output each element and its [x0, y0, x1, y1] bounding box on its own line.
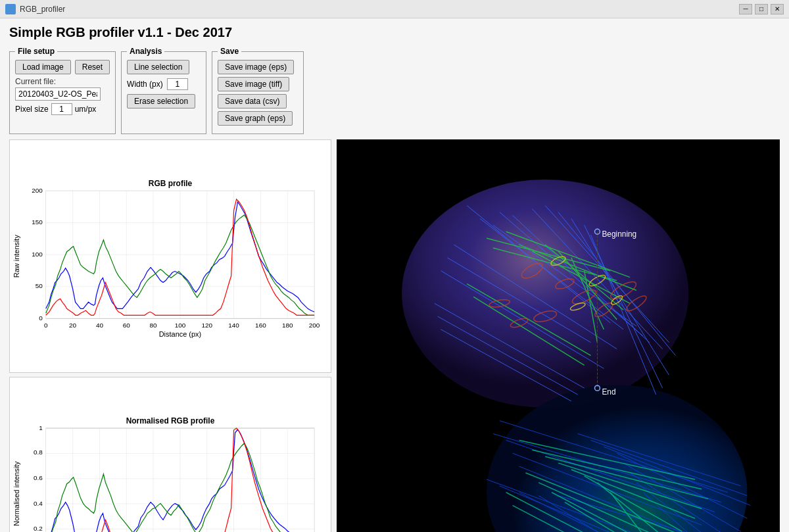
current-file-input[interactable] [15, 87, 101, 101]
save-data-csv-button[interactable]: Save data (csv) [218, 94, 287, 109]
charts-area: RGB profile [9, 139, 331, 532]
width-row: Width (px) [127, 78, 201, 90]
normalised-profile-svg: Normalised RGB profile [10, 377, 331, 532]
load-image-button[interactable]: Load image [15, 60, 71, 74]
maximize-button[interactable]: □ [755, 4, 768, 14]
end-label: End [602, 387, 615, 397]
svg-text:0.8: 0.8 [34, 448, 43, 456]
line-selection-button[interactable]: Line selection [127, 60, 189, 74]
title-bar: RGB_profiler ─ □ ✕ [0, 0, 789, 18]
save-image-tiff-button[interactable]: Save image (tiff) [218, 77, 289, 91]
svg-point-73 [402, 180, 688, 408]
normalised-profile-chart: Normalised RGB profile [9, 377, 331, 532]
save-image-tiff-row: Save image (tiff) [218, 77, 298, 91]
file-setup-legend: File setup [15, 47, 57, 56]
svg-text:150: 150 [32, 218, 43, 226]
microscope-image-area: Beginning End [337, 139, 780, 532]
svg-text:160: 160 [255, 322, 266, 329]
beginning-label: Beginning [602, 230, 636, 239]
svg-text:100: 100 [32, 251, 43, 258]
save-image-eps-button[interactable]: Save image (eps) [218, 60, 294, 74]
file-setup-panel: File setup Load image Reset Current file… [9, 47, 116, 134]
close-button[interactable]: ✕ [771, 4, 784, 14]
save-legend: Save [218, 47, 241, 56]
svg-text:40: 40 [96, 322, 104, 329]
pixel-size-unit: um/px [75, 105, 97, 114]
pixel-size-row: Pixel size um/px [15, 103, 110, 115]
title-bar-controls[interactable]: ─ □ ✕ [739, 4, 784, 14]
erase-selection-button[interactable]: Erase selection [127, 94, 195, 109]
svg-text:1: 1 [39, 424, 43, 431]
erase-selection-row: Erase selection [127, 94, 201, 109]
svg-text:60: 60 [123, 322, 131, 329]
rgb-profile-svg: RGB profile [10, 140, 331, 372]
svg-text:Distance (px): Distance (px) [159, 330, 201, 338]
app-title: Simple RGB profiler v1.1 - Dec 2017 [9, 25, 780, 40]
save-graph-eps-button[interactable]: Save graph (eps) [218, 111, 293, 126]
svg-text:50: 50 [36, 282, 43, 289]
normalised-title: Normalised RGB profile [126, 416, 215, 425]
line-selection-row: Line selection [127, 60, 201, 74]
pixel-size-input[interactable] [51, 103, 72, 115]
svg-text:Normalised intensity: Normalised intensity [12, 461, 20, 526]
svg-text:100: 100 [175, 322, 186, 329]
top-panels: File setup Load image Reset Current file… [9, 47, 780, 134]
save-image-eps-row: Save image (eps) [218, 60, 298, 74]
svg-text:Raw intensity: Raw intensity [12, 235, 20, 278]
minimize-button[interactable]: ─ [739, 4, 752, 14]
width-label: Width (px) [127, 80, 163, 89]
svg-text:0: 0 [39, 314, 43, 322]
microscope-image-svg: Beginning End [337, 139, 780, 532]
save-panel: Save Save image (eps) Save image (tiff) … [212, 47, 304, 134]
title-bar-left: RGB_profiler [5, 4, 65, 14]
width-input[interactable] [167, 78, 188, 90]
svg-text:20: 20 [69, 322, 77, 329]
reset-button[interactable]: Reset [75, 60, 110, 74]
svg-text:180: 180 [282, 322, 293, 329]
content-area: RGB profile [9, 139, 780, 532]
pixel-size-label: Pixel size [15, 105, 49, 114]
app-icon [5, 4, 16, 14]
svg-text:0.4: 0.4 [34, 500, 43, 507]
rgb-profile-chart: RGB profile [9, 139, 331, 373]
title-bar-title: RGB_profiler [20, 5, 65, 14]
rgb-profile-title: RGB profile [149, 179, 193, 188]
svg-text:120: 120 [201, 322, 212, 329]
svg-text:80: 80 [150, 322, 158, 329]
analysis-panel: Analysis Line selection Width (px) Erase… [121, 47, 206, 134]
svg-text:200: 200 [32, 187, 43, 194]
main-window: Simple RGB profiler v1.1 - Dec 2017 File… [0, 18, 789, 532]
svg-text:0.2: 0.2 [34, 525, 43, 532]
analysis-legend: Analysis [127, 47, 164, 56]
svg-text:0.6: 0.6 [34, 474, 43, 481]
current-file-label: Current file: [15, 77, 110, 86]
svg-text:0: 0 [44, 322, 48, 329]
svg-text:200: 200 [309, 322, 320, 329]
svg-text:140: 140 [228, 322, 239, 329]
save-graph-eps-row: Save graph (eps) [218, 111, 298, 126]
file-setup-buttons: Load image Reset [15, 60, 110, 74]
save-data-csv-row: Save data (csv) [218, 94, 298, 109]
